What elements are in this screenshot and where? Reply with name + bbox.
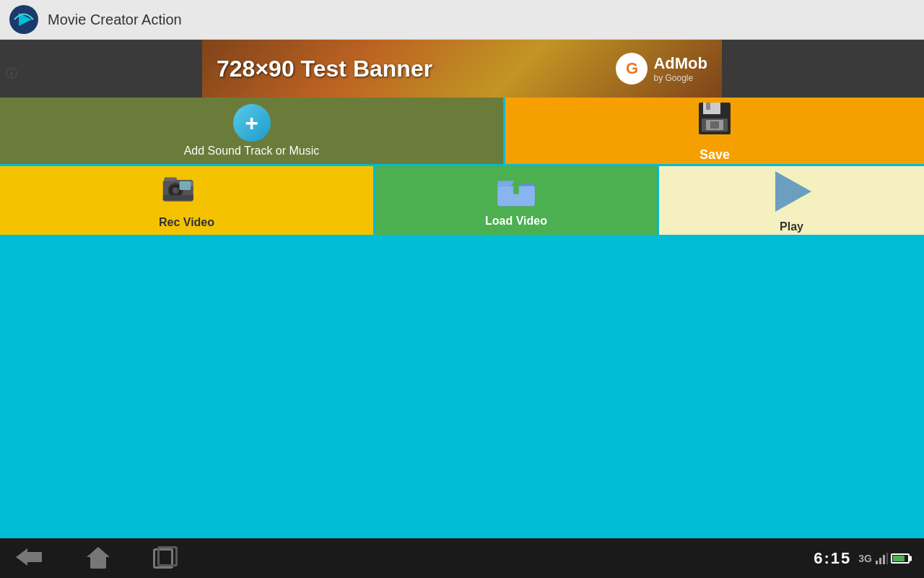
- title-bar: Movie Creator Action: [0, 0, 924, 40]
- home-icon: [87, 547, 110, 570]
- plus-circle-icon: +: [233, 104, 271, 142]
- admob-name: AdMob: [653, 54, 707, 73]
- ad-banner: 728×90 Test Banner G AdMob by Google: [0, 40, 924, 98]
- clock-display: 6:15: [814, 549, 851, 568]
- signal-icons: 3G: [858, 552, 910, 565]
- svg-rect-30: [883, 555, 885, 564]
- recents-button[interactable]: [153, 548, 173, 569]
- nav-status-right: 6:15 3G: [814, 549, 910, 568]
- battery-icon: [891, 553, 910, 564]
- save-label: Save: [699, 147, 730, 163]
- svg-rect-3: [703, 103, 720, 114]
- play-label: Play: [780, 220, 803, 233]
- app-title: Movie Creator Action: [48, 12, 182, 28]
- action-row-1: + Add Sound Track or Music Save: [0, 98, 924, 166]
- svg-point-17: [173, 189, 177, 192]
- svg-rect-4: [706, 103, 710, 110]
- add-soundtrack-button[interactable]: + Add Sound Track or Music: [0, 98, 505, 164]
- svg-rect-28: [876, 561, 878, 564]
- battery-level: [893, 556, 905, 561]
- app-icon: [9, 4, 39, 35]
- rec-video-button[interactable]: Rec Video: [0, 166, 375, 235]
- admob-text-group: AdMob by Google: [653, 54, 707, 83]
- navigation-bar: 6:15 3G: [0, 538, 924, 578]
- load-video-button[interactable]: Load Video: [375, 166, 659, 235]
- save-button[interactable]: Save: [505, 98, 924, 164]
- signal-3g-indicator: 3G: [858, 553, 872, 564]
- ad-banner-text: 728×90 Test Banner: [217, 56, 432, 82]
- svg-rect-19: [497, 181, 513, 186]
- svg-rect-7: [710, 121, 719, 129]
- load-video-folder-icon: [496, 174, 536, 212]
- admob-icon: G: [616, 53, 648, 85]
- admob-subtext: by Google: [653, 73, 707, 83]
- camcorder-icon: [162, 172, 212, 213]
- svg-rect-26: [27, 552, 42, 555]
- svg-rect-22: [513, 189, 518, 194]
- svg-marker-24: [16, 548, 27, 566]
- battery-tip: [910, 556, 912, 561]
- play-icon: [767, 168, 817, 217]
- nav-buttons-left: [14, 545, 173, 571]
- signal-bars-icon: [875, 552, 888, 565]
- save-floppy-icon: [696, 100, 733, 144]
- svg-rect-16: [162, 195, 193, 200]
- play-button[interactable]: Play: [659, 166, 924, 235]
- home-button[interactable]: [87, 547, 110, 570]
- svg-rect-27: [27, 559, 42, 562]
- add-soundtrack-label: Add Sound Track or Music: [184, 144, 320, 158]
- svg-rect-29: [879, 558, 881, 564]
- svg-marker-23: [775, 171, 811, 212]
- main-content-area: [0, 235, 924, 538]
- info-icon: ⓘ: [6, 66, 17, 82]
- action-row-2: Rec Video Load Video: [0, 166, 924, 235]
- recents-icon: [153, 548, 173, 569]
- actions-area: + Add Sound Track or Music Save: [0, 98, 924, 235]
- svg-rect-31: [886, 553, 888, 564]
- load-video-label: Load Video: [485, 215, 547, 228]
- admob-logo: G AdMob by Google: [616, 53, 707, 85]
- rec-video-label: Rec Video: [159, 216, 214, 229]
- ad-banner-content: 728×90 Test Banner G AdMob by Google: [202, 40, 722, 98]
- svg-rect-14: [164, 177, 177, 181]
- back-button[interactable]: [14, 545, 43, 571]
- svg-rect-15: [179, 181, 191, 190]
